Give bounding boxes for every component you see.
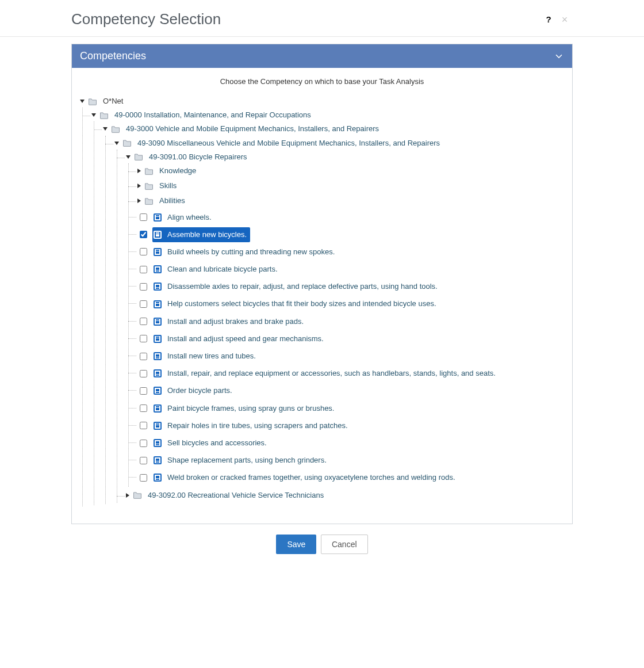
tree-leaf[interactable]: Clean and lubricate bicycle parts. xyxy=(152,262,281,277)
tree-node-label[interactable]: 49-0000 Installation, Maintenance, and R… xyxy=(112,109,313,121)
tree-node-row: 49-3090 Miscellaneous Vehicle and Mobile… xyxy=(114,137,564,150)
tree-node-label[interactable]: Install new tires and tubes. xyxy=(165,350,258,362)
document-icon xyxy=(154,352,162,360)
caret-right-icon[interactable] xyxy=(137,169,141,173)
caret-down-icon[interactable] xyxy=(126,155,131,159)
tree-node-label[interactable]: Build wheels by cutting and threading ne… xyxy=(165,246,337,258)
tree-leaf[interactable]: Install new tires and tubes. xyxy=(152,349,259,364)
tree-leaf[interactable]: Paint bicycle frames, using spray guns o… xyxy=(152,401,338,416)
tree-node: Shape replacement parts, using bench gri… xyxy=(137,452,564,469)
caret-down-icon[interactable] xyxy=(80,100,85,103)
tree-leaf[interactable]: Install and adjust speed and gear mechan… xyxy=(152,331,327,346)
tree-leaf[interactable]: Install and adjust brakes and brake pads… xyxy=(152,314,307,329)
tree-leaf[interactable]: Install, repair, and replace equipment o… xyxy=(152,366,499,381)
tree-node: Sell bicycles and accessories. xyxy=(137,434,564,452)
tree-node-label[interactable]: Align wheels. xyxy=(165,211,214,224)
tree-node-label[interactable]: Skills xyxy=(157,180,179,192)
competency-tree: O*Net49-0000 Installation, Maintenance, … xyxy=(72,94,572,524)
competency-checkbox[interactable] xyxy=(140,266,147,273)
tree-leaf[interactable]: Align wheels. xyxy=(152,210,215,225)
tree-node-row: Install and adjust speed and gear mechan… xyxy=(137,331,564,346)
caret-right-icon[interactable] xyxy=(126,493,129,498)
cancel-button[interactable]: Cancel xyxy=(321,535,368,554)
save-button[interactable]: Save xyxy=(276,535,316,554)
competency-checkbox[interactable] xyxy=(140,387,147,395)
document-icon xyxy=(154,474,162,482)
tree-node-label[interactable]: 49-3092.00 Recreational Vehicle Service … xyxy=(145,489,326,502)
tree-leaf[interactable]: Disassemble axles to repair, adjust, and… xyxy=(152,279,441,294)
document-icon xyxy=(154,300,162,308)
tree-node-row: Help customers select bicycles that fit … xyxy=(137,296,564,311)
competency-checkbox[interactable] xyxy=(140,231,147,238)
competency-checkbox[interactable] xyxy=(140,300,147,308)
tree-node-label[interactable]: Abilities xyxy=(157,194,187,207)
tree-node: Knowledge xyxy=(137,163,564,178)
close-icon[interactable]: × xyxy=(557,14,573,25)
tree-node-row: Build wheels by cutting and threading ne… xyxy=(137,245,564,259)
tree-node-row: Assemble new bicycles. xyxy=(137,227,564,242)
tree-node: 49-0000 Installation, Maintenance, and R… xyxy=(91,108,564,506)
caret-down-icon[interactable] xyxy=(103,127,108,131)
tree-node-label[interactable]: Knowledge xyxy=(157,165,198,177)
tree-node: 49-3090 Miscellaneous Vehicle and Mobile… xyxy=(114,136,564,504)
tree-node-row: 49-3000 Vehicle and Mobile Equipment Mec… xyxy=(103,123,564,135)
competency-checkbox[interactable] xyxy=(140,335,147,342)
tree-leaf[interactable]: Help customers select bicycles that fit … xyxy=(152,296,440,311)
tree-leaf[interactable]: Shape replacement parts, using bench gri… xyxy=(152,453,330,468)
tree-node: Build wheels by cutting and threading ne… xyxy=(137,243,564,261)
tree-node-label[interactable]: Sell bicycles and accessories. xyxy=(165,437,269,449)
help-icon[interactable]: ? xyxy=(540,14,557,24)
competency-checkbox[interactable] xyxy=(140,318,147,325)
competency-checkbox[interactable] xyxy=(140,213,147,221)
tree-leaf[interactable]: Assemble new bicycles. xyxy=(152,227,250,242)
tree-node-label[interactable]: Shape replacement parts, using bench gri… xyxy=(165,454,329,467)
tree-node-label[interactable]: 49-3090 Miscellaneous Vehicle and Mobile… xyxy=(135,137,442,150)
tree-node-label[interactable]: Help customers select bicycles that fit … xyxy=(165,297,439,310)
tree-leaf[interactable]: Sell bicycles and accessories. xyxy=(152,436,270,451)
tree-node-label[interactable]: 49-3091.00 Bicycle Repairers xyxy=(147,151,250,163)
tree-node-label[interactable]: 49-3000 Vehicle and Mobile Equipment Mec… xyxy=(124,123,381,135)
panel-header[interactable]: Competencies xyxy=(72,44,572,68)
dialog-title: Competency Selection xyxy=(71,10,540,28)
tree-node-label[interactable]: Install and adjust speed and gear mechan… xyxy=(165,333,326,345)
tree-node: Install new tires and tubes. xyxy=(137,348,564,365)
tree-node-row: Abilities xyxy=(137,194,564,207)
tree-node-label[interactable]: Paint bicycle frames, using spray guns o… xyxy=(165,402,336,415)
folder-icon xyxy=(144,197,154,205)
tree-node-row: Paint bicycle frames, using spray guns o… xyxy=(137,401,564,416)
tree-node-label[interactable]: Install and adjust brakes and brake pads… xyxy=(165,315,306,328)
tree-node-label[interactable]: Assemble new bicycles. xyxy=(165,228,249,241)
competency-checkbox[interactable] xyxy=(140,353,147,360)
caret-down-icon[interactable] xyxy=(91,113,96,117)
tree-node-label[interactable]: Disassemble axles to repair, adjust, and… xyxy=(165,280,440,293)
tree-node-label[interactable]: Clean and lubricate bicycle parts. xyxy=(165,263,280,276)
folder-icon xyxy=(133,491,142,499)
competency-checkbox[interactable] xyxy=(140,457,147,464)
tree-node-label[interactable]: O*Net xyxy=(101,95,125,108)
caret-right-icon[interactable] xyxy=(137,199,141,203)
competency-checkbox[interactable] xyxy=(140,370,147,377)
folder-icon xyxy=(144,182,154,190)
competency-checkbox[interactable] xyxy=(140,404,147,412)
competency-checkbox[interactable] xyxy=(140,248,147,255)
document-icon xyxy=(154,387,162,395)
document-icon xyxy=(154,231,162,239)
tree-node-row: 49-3092.00 Recreational Vehicle Service … xyxy=(126,489,564,502)
tree-node: O*Net49-0000 Installation, Maintenance, … xyxy=(80,94,564,507)
tree-leaf[interactable]: Repair holes in tire tubes, using scrape… xyxy=(152,418,351,433)
tree-leaf[interactable]: Build wheels by cutting and threading ne… xyxy=(152,245,338,259)
tree-node-label[interactable]: Repair holes in tire tubes, using scrape… xyxy=(165,419,350,432)
tree-leaf[interactable]: Order bicycle parts. xyxy=(152,383,236,398)
tree-leaf[interactable]: Weld broken or cracked frames together, … xyxy=(152,470,459,485)
competency-checkbox[interactable] xyxy=(140,474,147,482)
competency-checkbox[interactable] xyxy=(140,422,147,429)
caret-right-icon[interactable] xyxy=(137,184,141,188)
caret-down-icon[interactable] xyxy=(114,142,119,145)
tree-node-label[interactable]: Weld broken or cracked frames together, … xyxy=(165,471,458,484)
tree-node-label[interactable]: Install, repair, and replace equipment o… xyxy=(165,367,498,380)
tree-node-label[interactable]: Order bicycle parts. xyxy=(165,384,235,397)
competency-checkbox[interactable] xyxy=(140,283,147,291)
competency-checkbox[interactable] xyxy=(140,440,147,447)
tree-node: 49-3092.00 Recreational Vehicle Service … xyxy=(126,488,564,503)
tree-node: Align wheels. xyxy=(137,209,564,226)
